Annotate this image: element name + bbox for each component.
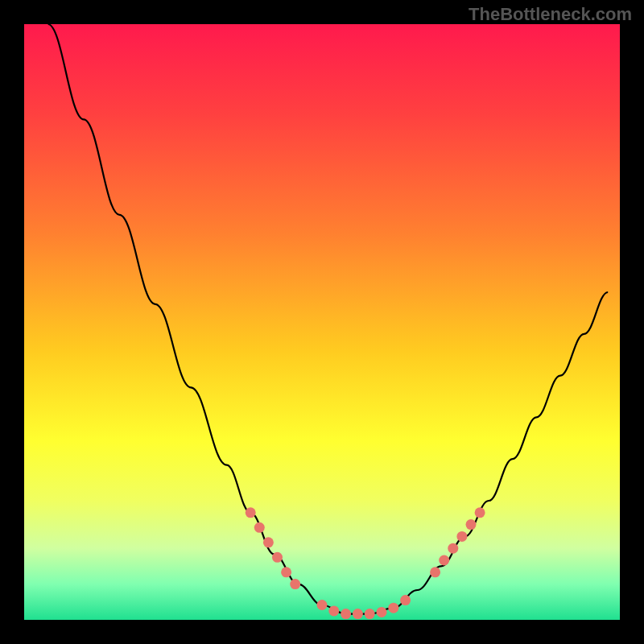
marker-point (341, 609, 351, 619)
plot-background (24, 24, 620, 620)
marker-point (317, 600, 328, 610)
marker-point (475, 507, 485, 518)
marker-point (388, 603, 398, 613)
bottleneck-chart (0, 0, 644, 644)
marker-point (263, 537, 274, 547)
marker-point (466, 519, 477, 530)
marker-point (272, 552, 283, 563)
marker-point (290, 579, 300, 589)
watermark: TheBottleneck.com (469, 4, 632, 25)
marker-point (254, 522, 265, 533)
marker-point (353, 609, 363, 619)
marker-point (281, 567, 291, 577)
marker-point (430, 567, 440, 577)
marker-point (328, 605, 339, 616)
marker-point (400, 595, 411, 605)
marker-point (377, 607, 387, 617)
marker-point (448, 543, 458, 554)
marker-point (365, 609, 375, 619)
marker-point (246, 507, 256, 518)
chart-container: TheBottleneck.com (0, 0, 644, 644)
marker-point (439, 555, 449, 566)
marker-point (456, 531, 467, 542)
